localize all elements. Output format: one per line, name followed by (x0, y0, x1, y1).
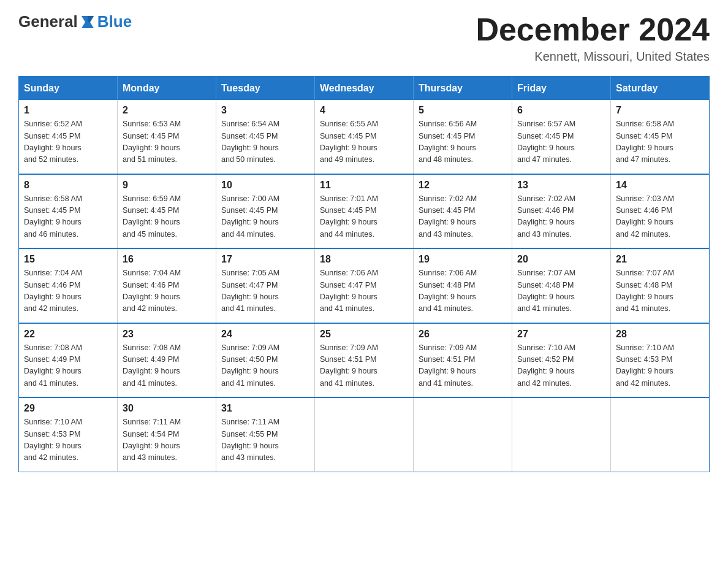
calendar-cell: 12Sunrise: 7:02 AMSunset: 4:45 PMDayligh… (414, 174, 512, 249)
calendar-cell: 9Sunrise: 6:59 AMSunset: 4:45 PMDaylight… (118, 174, 216, 249)
logo: General Blue (18, 12, 132, 31)
weekday-header-wednesday: Wednesday (315, 77, 414, 101)
day-number: 5 (419, 105, 507, 116)
day-info: Sunrise: 7:10 AMSunset: 4:53 PMDaylight:… (616, 343, 674, 388)
day-number: 27 (517, 329, 605, 340)
calendar-cell: 5Sunrise: 6:56 AMSunset: 4:45 PMDaylight… (414, 100, 512, 174)
calendar-week-row: 1Sunrise: 6:52 AMSunset: 4:45 PMDaylight… (19, 100, 710, 174)
calendar-cell (611, 397, 710, 472)
day-number: 26 (419, 329, 507, 340)
title-area: December 2024 Kennett, Missouri, United … (476, 12, 710, 64)
day-info: Sunrise: 7:06 AMSunset: 4:48 PMDaylight:… (419, 269, 477, 313)
calendar-cell: 26Sunrise: 7:09 AMSunset: 4:51 PMDayligh… (414, 323, 512, 398)
day-number: 9 (123, 180, 211, 191)
day-info: Sunrise: 7:04 AMSunset: 4:46 PMDaylight:… (123, 269, 181, 313)
day-info: Sunrise: 7:08 AMSunset: 4:49 PMDaylight:… (24, 343, 82, 388)
calendar-cell: 16Sunrise: 7:04 AMSunset: 4:46 PMDayligh… (118, 248, 216, 323)
day-info: Sunrise: 7:03 AMSunset: 4:46 PMDaylight:… (616, 194, 674, 239)
day-number: 19 (419, 254, 507, 265)
calendar-week-row: 29Sunrise: 7:10 AMSunset: 4:53 PMDayligh… (19, 397, 710, 472)
day-info: Sunrise: 7:11 AMSunset: 4:55 PMDaylight:… (221, 418, 279, 462)
calendar-cell: 8Sunrise: 6:58 AMSunset: 4:45 PMDaylight… (19, 174, 118, 249)
calendar-cell: 11Sunrise: 7:01 AMSunset: 4:45 PMDayligh… (315, 174, 414, 249)
day-number: 29 (24, 403, 112, 414)
svg-marker-1 (88, 16, 94, 22)
weekday-header-thursday: Thursday (414, 77, 512, 101)
day-number: 12 (419, 180, 507, 191)
day-info: Sunrise: 7:09 AMSunset: 4:51 PMDaylight:… (419, 343, 477, 388)
weekday-header-sunday: Sunday (19, 77, 118, 101)
day-info: Sunrise: 6:58 AMSunset: 4:45 PMDaylight:… (24, 194, 82, 239)
day-number: 17 (221, 254, 309, 265)
day-number: 31 (221, 403, 309, 414)
day-info: Sunrise: 7:09 AMSunset: 4:51 PMDaylight:… (320, 343, 378, 388)
calendar-cell: 20Sunrise: 7:07 AMSunset: 4:48 PMDayligh… (512, 248, 611, 323)
calendar-cell: 28Sunrise: 7:10 AMSunset: 4:53 PMDayligh… (611, 323, 710, 398)
day-number: 25 (320, 329, 408, 340)
logo-blue-text: Blue (97, 12, 132, 31)
day-number: 15 (24, 254, 112, 265)
day-number: 18 (320, 254, 408, 265)
calendar-cell: 30Sunrise: 7:11 AMSunset: 4:54 PMDayligh… (118, 397, 216, 472)
day-number: 28 (616, 329, 704, 340)
logo-flag-icon (79, 13, 96, 31)
calendar-week-row: 8Sunrise: 6:58 AMSunset: 4:45 PMDaylight… (19, 174, 710, 249)
day-info: Sunrise: 7:05 AMSunset: 4:47 PMDaylight:… (221, 269, 279, 313)
calendar-cell: 17Sunrise: 7:05 AMSunset: 4:47 PMDayligh… (216, 248, 315, 323)
day-info: Sunrise: 7:04 AMSunset: 4:46 PMDaylight:… (24, 269, 82, 313)
day-info: Sunrise: 6:52 AMSunset: 4:45 PMDaylight:… (24, 120, 82, 164)
day-number: 13 (517, 180, 605, 191)
day-info: Sunrise: 7:07 AMSunset: 4:48 PMDaylight:… (517, 269, 575, 313)
calendar-cell: 3Sunrise: 6:54 AMSunset: 4:45 PMDaylight… (216, 100, 315, 174)
calendar-table: SundayMondayTuesdayWednesdayThursdayFrid… (18, 76, 710, 472)
day-number: 2 (123, 105, 211, 116)
day-info: Sunrise: 7:10 AMSunset: 4:53 PMDaylight:… (24, 418, 82, 462)
day-number: 4 (320, 105, 408, 116)
day-info: Sunrise: 7:10 AMSunset: 4:52 PMDaylight:… (517, 343, 575, 388)
day-number: 21 (616, 254, 704, 265)
day-number: 24 (221, 329, 309, 340)
calendar-cell: 4Sunrise: 6:55 AMSunset: 4:45 PMDaylight… (315, 100, 414, 174)
day-number: 20 (517, 254, 605, 265)
day-number: 1 (24, 105, 112, 116)
day-number: 8 (24, 180, 112, 191)
day-number: 14 (616, 180, 704, 191)
day-number: 16 (123, 254, 211, 265)
day-number: 10 (221, 180, 309, 191)
day-number: 7 (616, 105, 704, 116)
day-info: Sunrise: 7:07 AMSunset: 4:48 PMDaylight:… (616, 269, 674, 313)
calendar-cell: 7Sunrise: 6:58 AMSunset: 4:45 PMDaylight… (611, 100, 710, 174)
calendar-cell: 24Sunrise: 7:09 AMSunset: 4:50 PMDayligh… (216, 323, 315, 398)
calendar-cell: 15Sunrise: 7:04 AMSunset: 4:46 PMDayligh… (19, 248, 118, 323)
page-header: General Blue December 2024 Kennett, Miss… (18, 12, 710, 64)
calendar-cell: 29Sunrise: 7:10 AMSunset: 4:53 PMDayligh… (19, 397, 118, 472)
day-info: Sunrise: 7:02 AMSunset: 4:46 PMDaylight:… (517, 194, 575, 239)
weekday-header-saturday: Saturday (611, 77, 710, 101)
calendar-cell: 19Sunrise: 7:06 AMSunset: 4:48 PMDayligh… (414, 248, 512, 323)
calendar-cell: 13Sunrise: 7:02 AMSunset: 4:46 PMDayligh… (512, 174, 611, 249)
day-info: Sunrise: 6:59 AMSunset: 4:45 PMDaylight:… (123, 194, 181, 239)
calendar-cell: 1Sunrise: 6:52 AMSunset: 4:45 PMDaylight… (19, 100, 118, 174)
weekday-header-tuesday: Tuesday (216, 77, 315, 101)
calendar-cell (414, 397, 512, 472)
calendar-cell: 18Sunrise: 7:06 AMSunset: 4:47 PMDayligh… (315, 248, 414, 323)
calendar-cell (512, 397, 611, 472)
calendar-cell: 23Sunrise: 7:08 AMSunset: 4:49 PMDayligh… (118, 323, 216, 398)
calendar-cell: 31Sunrise: 7:11 AMSunset: 4:55 PMDayligh… (216, 397, 315, 472)
day-info: Sunrise: 6:56 AMSunset: 4:45 PMDaylight:… (419, 120, 477, 164)
day-info: Sunrise: 6:57 AMSunset: 4:45 PMDaylight:… (517, 120, 575, 164)
day-info: Sunrise: 7:09 AMSunset: 4:50 PMDaylight:… (221, 343, 279, 388)
month-title: December 2024 (476, 12, 710, 47)
calendar-cell (315, 397, 414, 472)
calendar-cell: 2Sunrise: 6:53 AMSunset: 4:45 PMDaylight… (118, 100, 216, 174)
day-info: Sunrise: 7:06 AMSunset: 4:47 PMDaylight:… (320, 269, 378, 313)
day-info: Sunrise: 6:55 AMSunset: 4:45 PMDaylight:… (320, 120, 378, 164)
day-info: Sunrise: 7:01 AMSunset: 4:45 PMDaylight:… (320, 194, 378, 239)
calendar-cell: 22Sunrise: 7:08 AMSunset: 4:49 PMDayligh… (19, 323, 118, 398)
day-info: Sunrise: 6:53 AMSunset: 4:45 PMDaylight:… (123, 120, 181, 164)
day-number: 30 (123, 403, 211, 414)
location-subtitle: Kennett, Missouri, United States (476, 50, 710, 64)
calendar-cell: 27Sunrise: 7:10 AMSunset: 4:52 PMDayligh… (512, 323, 611, 398)
calendar-week-row: 15Sunrise: 7:04 AMSunset: 4:46 PMDayligh… (19, 248, 710, 323)
day-info: Sunrise: 7:11 AMSunset: 4:54 PMDaylight:… (123, 418, 181, 462)
